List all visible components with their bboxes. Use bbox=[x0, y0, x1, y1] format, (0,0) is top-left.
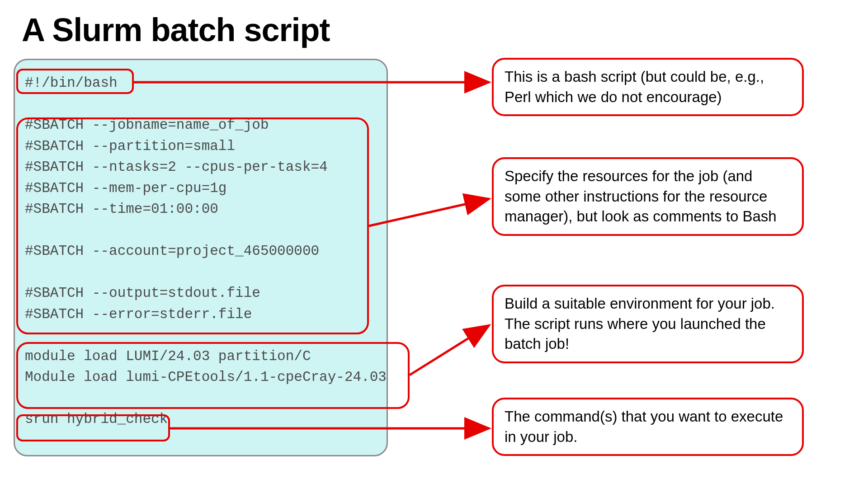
code-module-block: module load LUMI/24.03 partition/C Modul… bbox=[25, 348, 387, 385]
code-run-line: srun hybrid_check bbox=[25, 411, 168, 427]
callout-shebang: This is a bash script (but could be, e.g… bbox=[492, 58, 804, 116]
callout-run: The command(s) that you want to execute … bbox=[492, 398, 804, 456]
callout-sbatch: Specify the resources for the job (and s… bbox=[492, 157, 804, 236]
callout-env: Build a suitable environment for your jo… bbox=[492, 285, 804, 363]
page-title: A Slurm batch script bbox=[22, 11, 330, 48]
script-code: #!/bin/bash #SBATCH --jobname=name_of_jo… bbox=[25, 73, 377, 430]
svg-line-3 bbox=[410, 325, 489, 375]
code-shebang: #!/bin/bash bbox=[25, 75, 118, 91]
script-panel: #!/bin/bash #SBATCH --jobname=name_of_jo… bbox=[14, 59, 388, 456]
code-sbatch-block: #SBATCH --jobname=name_of_job #SBATCH --… bbox=[25, 117, 328, 322]
